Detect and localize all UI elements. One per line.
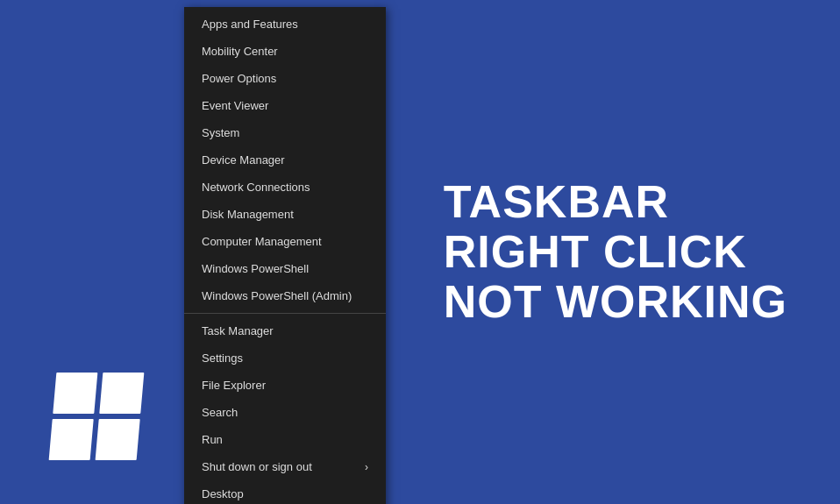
headline-line2: RIGHT CLICK <box>444 227 787 277</box>
menu-item-label-task-manager: Task Manager <box>202 324 274 337</box>
menu-item-file-explorer[interactable]: File Explorer <box>184 372 386 399</box>
menu-item-label-settings: Settings <box>202 351 243 365</box>
menu-item-label-computer-management: Computer Management <box>202 235 322 248</box>
context-menu-container: Apps and FeaturesMobility CenterPower Op… <box>184 0 386 504</box>
menu-item-label-power-options: Power Options <box>202 72 276 85</box>
context-menu: Apps and FeaturesMobility CenterPower Op… <box>184 7 386 504</box>
headline-line1: TASKBAR <box>444 177 787 227</box>
menu-item-label-disk-management: Disk Management <box>202 208 294 221</box>
menu-item-system[interactable]: System <box>184 119 386 146</box>
menu-item-apps-features[interactable]: Apps and Features <box>184 11 386 38</box>
menu-item-windows-powershell[interactable]: Windows PowerShell <box>184 255 386 282</box>
win-logo-square-tr <box>99 373 144 414</box>
win-logo-square-bl <box>49 419 94 460</box>
menu-item-run[interactable]: Run <box>184 426 386 453</box>
menu-item-windows-powershell-admin[interactable]: Windows PowerShell (Admin) <box>184 282 386 309</box>
menu-item-event-viewer[interactable]: Event Viewer <box>184 92 386 119</box>
menu-item-label-device-manager: Device Manager <box>202 153 285 167</box>
menu-item-label-system: System <box>202 126 239 139</box>
right-content: TASKBAR RIGHT CLICK NOT WORKING <box>444 177 787 328</box>
menu-item-computer-management[interactable]: Computer Management <box>184 228 386 255</box>
win-logo-square-tl <box>53 373 97 414</box>
menu-item-label-search: Search <box>202 406 238 419</box>
menu-item-label-apps-features: Apps and Features <box>202 18 298 31</box>
menu-item-label-network-connections: Network Connections <box>202 181 310 194</box>
menu-item-label-windows-powershell: Windows PowerShell <box>202 262 309 275</box>
headline-line3: NOT WORKING <box>444 277 787 327</box>
menu-item-label-windows-powershell-admin: Windows PowerShell (Admin) <box>202 289 352 302</box>
menu-item-label-file-explorer: File Explorer <box>202 379 266 392</box>
menu-item-search[interactable]: Search <box>184 399 386 426</box>
menu-item-label-event-viewer: Event Viewer <box>202 99 268 112</box>
menu-separator-after-windows-powershell-admin <box>184 313 386 314</box>
menu-item-label-desktop: Desktop <box>202 487 244 500</box>
menu-item-task-manager[interactable]: Task Manager <box>184 317 386 344</box>
menu-item-shut-down[interactable]: Shut down or sign out› <box>184 453 386 480</box>
menu-item-label-run: Run <box>202 433 223 446</box>
menu-item-desktop[interactable]: Desktop <box>184 480 386 504</box>
headline: TASKBAR RIGHT CLICK NOT WORKING <box>444 177 787 328</box>
menu-item-network-connections[interactable]: Network Connections <box>184 174 386 201</box>
menu-item-arrow-shut-down: › <box>365 461 368 473</box>
menu-item-power-options[interactable]: Power Options <box>184 65 386 92</box>
menu-item-label-shut-down: Shut down or sign out <box>202 460 312 473</box>
menu-item-settings[interactable]: Settings <box>184 344 386 372</box>
windows-logo <box>53 373 140 460</box>
win-logo-square-br <box>96 419 140 460</box>
menu-item-mobility-center[interactable]: Mobility Center <box>184 38 386 65</box>
menu-item-device-manager[interactable]: Device Manager <box>184 146 386 174</box>
menu-item-disk-management[interactable]: Disk Management <box>184 201 386 228</box>
menu-item-label-mobility-center: Mobility Center <box>202 45 278 58</box>
